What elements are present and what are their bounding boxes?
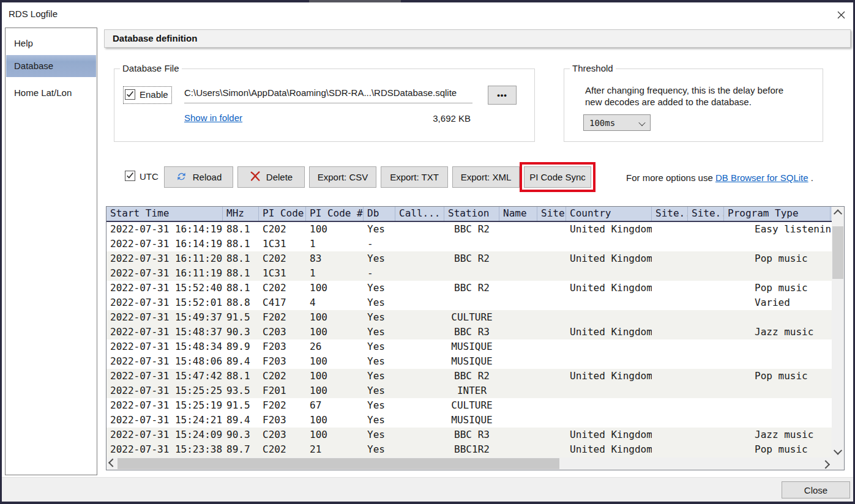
table-cell — [537, 369, 566, 384]
table-cell: CULTURE — [444, 398, 499, 413]
export-txt-button[interactable]: Export: TXT — [381, 166, 448, 188]
scroll-right-button[interactable] — [820, 458, 832, 470]
table-cell: C203 — [259, 428, 306, 442]
column-header-db[interactable]: Db — [364, 207, 395, 221]
sidebar-item-database[interactable]: Database — [6, 55, 96, 77]
table-cell — [499, 222, 537, 237]
table-cell — [724, 354, 831, 369]
enable-label: Enable — [140, 89, 168, 100]
table-row[interactable]: 2022-07-31 16:14:1988.11C311- — [106, 237, 832, 251]
table-cell: Easy listening — [724, 222, 831, 237]
table-row[interactable]: 2022-07-31 16:11:1988.11C311- — [106, 266, 832, 281]
database-path-field[interactable]: C:\Users\Simon\AppData\Roaming\SDR-RA...… — [184, 87, 472, 103]
table-cell: F203 — [259, 354, 306, 369]
scroll-left-button[interactable] — [106, 458, 119, 470]
table-cell — [444, 237, 499, 251]
table-cell: Yes — [364, 325, 395, 339]
table-row[interactable]: 2022-07-31 15:24:2189.4F203100YesMUSIQUE — [106, 413, 832, 428]
page-title: Database definition — [113, 33, 850, 43]
scroll-up-button[interactable] — [832, 207, 844, 219]
show-in-folder-link[interactable]: Show in folder — [184, 113, 242, 123]
table-row[interactable]: 2022-07-31 15:47:4288.1C202100YesBBC R2U… — [106, 369, 832, 384]
column-header-site[interactable]: Site — [537, 207, 566, 221]
table-cell — [499, 428, 537, 442]
database-file-legend: Database File — [120, 63, 182, 73]
table-cell — [688, 413, 724, 428]
vertical-scrollbar[interactable] — [832, 207, 844, 458]
table-cell: Yes — [364, 354, 395, 369]
column-header-start-time[interactable]: Start Time — [106, 207, 223, 221]
table-cell: 88.1 — [223, 266, 259, 281]
pi-code-sync-button[interactable]: PI Code Sync — [524, 166, 591, 188]
table-cell: BBC R3 — [444, 325, 499, 339]
table-row[interactable]: 2022-07-31 16:11:2088.1C20283YesBBC R2Un… — [106, 251, 832, 266]
column-header-pi-code[interactable]: PI Code # — [306, 207, 364, 221]
horizontal-scrollbar-thumb[interactable] — [118, 458, 559, 469]
table-row[interactable]: 2022-07-31 15:23:3889.7C20221YesBBC1R2Un… — [106, 442, 832, 457]
table-cell — [652, 369, 688, 384]
table-cell: 2022-07-31 15:52:40 — [106, 281, 223, 295]
column-header-site[interactable]: Site... — [688, 207, 724, 221]
reload-button[interactable]: Reload — [164, 166, 233, 188]
table-cell: C202 — [259, 281, 306, 295]
table-cell — [395, 325, 444, 339]
column-header-site[interactable]: Site... — [652, 207, 688, 221]
export-xml-button[interactable]: Export: XML — [452, 166, 520, 188]
threshold-dropdown[interactable]: 100ms — [583, 114, 651, 131]
table-row[interactable]: 2022-07-31 15:25:1991.5F20267YesCULTURE — [106, 398, 832, 413]
table-cell: 89.4 — [223, 354, 259, 369]
table-row[interactable]: 2022-07-31 15:49:3791.5F202100YesCULTURE — [106, 310, 832, 325]
utc-checkbox[interactable] — [125, 171, 135, 181]
column-header-country[interactable]: Country — [566, 207, 652, 221]
table-cell: 2022-07-31 16:14:19 — [106, 222, 223, 237]
export-csv-button[interactable]: Export: CSV — [309, 166, 376, 188]
table-cell: 89.4 — [223, 413, 259, 428]
column-header-call[interactable]: Call... — [395, 207, 444, 221]
table-cell: 4 — [306, 295, 364, 310]
table-cell — [688, 295, 724, 310]
table-row[interactable]: 2022-07-31 15:48:3790.3C203100YesBBC R3U… — [106, 325, 832, 339]
table-cell — [566, 310, 652, 325]
table-row[interactable]: 2022-07-31 15:52:0188.8C4174YesVaried — [106, 295, 832, 310]
table-row[interactable]: 2022-07-31 15:24:0990.3C203100YesBBC R3U… — [106, 428, 832, 442]
table-row[interactable]: 2022-07-31 15:52:4088.1C202100YesBBC R2U… — [106, 281, 832, 295]
db-browser-link[interactable]: DB Browser for SQLite — [715, 172, 808, 183]
table-row[interactable]: 2022-07-31 15:25:2593.5F201100YesINTER — [106, 384, 832, 398]
close-button[interactable]: Close — [782, 481, 850, 498]
enable-checkbox[interactable] — [125, 89, 135, 100]
column-header-name[interactable]: Name — [499, 207, 537, 221]
table-cell — [652, 222, 688, 237]
table-row[interactable]: 2022-07-31 16:14:1988.1C202100YesBBC R2U… — [106, 222, 832, 237]
window-close-button[interactable] — [832, 7, 850, 24]
column-header-station[interactable]: Station — [444, 207, 499, 221]
vertical-scrollbar-thumb[interactable] — [832, 226, 843, 279]
table-cell: 91.5 — [223, 310, 259, 325]
table-cell — [652, 428, 688, 442]
scroll-down-button[interactable] — [832, 445, 844, 458]
table-cell: 67 — [306, 398, 364, 413]
column-header-pi-code[interactable]: PI Code — [259, 207, 306, 221]
more-options-prefix: For more options use — [626, 172, 715, 183]
table-cell — [566, 237, 652, 251]
horizontal-scrollbar[interactable] — [106, 458, 832, 470]
table-cell: 88.1 — [223, 281, 259, 295]
table-cell: BBC R2 — [444, 251, 499, 266]
table-cell: United Kingdom — [566, 251, 652, 266]
delete-button[interactable]: Delete — [237, 166, 305, 188]
table-row[interactable]: 2022-07-31 15:48:3489.9F20326YesMUSIQUE — [106, 339, 832, 354]
browse-button[interactable]: ••• — [488, 86, 517, 105]
sidebar-item-home-latlon[interactable]: Home Lat/Lon — [6, 82, 96, 104]
table-row[interactable]: 2022-07-31 15:48:0689.4F203100YesMUSIQUE — [106, 354, 832, 369]
database-size: 3,692 KB — [433, 113, 471, 124]
table-cell — [688, 310, 724, 325]
table-cell — [537, 310, 566, 325]
table-cell: INTER — [444, 384, 499, 398]
sidebar-item-help[interactable]: Help — [6, 32, 96, 54]
table-cell — [724, 339, 831, 354]
table-cell — [724, 384, 831, 398]
table-cell — [395, 442, 444, 457]
column-header-program-type[interactable]: Program Type — [724, 207, 831, 221]
table-cell — [395, 310, 444, 325]
column-header-mhz[interactable]: MHz — [223, 207, 259, 221]
table-cell — [395, 354, 444, 369]
